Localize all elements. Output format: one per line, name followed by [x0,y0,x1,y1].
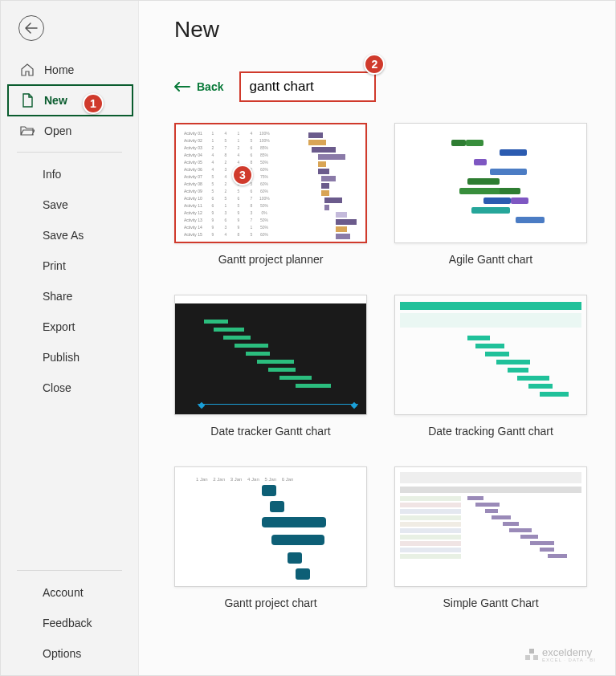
template-label: Agile Gantt chart [449,253,532,266]
logo-icon [524,648,539,662]
sidebar-item-save[interactable]: Save [1,189,138,220]
folder-open-icon [20,124,35,138]
sidebar-item-save-as[interactable]: Save As [1,220,138,250]
sidebar-item-options[interactable]: Options [1,638,138,669]
backstage-sidebar: Home New 1 Open Info Save Save As Print … [1,1,139,675]
document-icon [20,93,35,108]
svg-rect-0 [529,649,534,654]
template-search-input[interactable] [249,79,366,95]
template-thumbnail [394,123,587,243]
callout-3: 3 [232,165,253,185]
template-thumbnail [394,466,587,587]
sidebar-label-new: New [44,94,67,107]
sidebar-label-home: Home [44,63,74,76]
template-date-tracking-gantt-chart[interactable]: Date tracking Gantt chart [394,295,587,438]
template-simple-gantt-chart[interactable]: Simple Gantt Chart [394,466,587,609]
search-back-link[interactable]: Back [174,80,223,93]
sidebar-item-account[interactable]: Account [1,577,138,608]
arrow-left-icon [174,82,190,92]
sidebar-bottom-group: Account Feedback Options [1,564,138,675]
template-search-box: 2 [239,71,376,102]
template-label: Date tracker Gantt chart [210,425,330,438]
template-label: Gantt project chart [224,597,316,609]
template-gantt-project-planner[interactable]: Activity 011414100% Activity 021515100% … [174,123,367,266]
sidebar-item-share[interactable]: Share [1,281,138,312]
template-thumbnail [394,295,587,415]
main-content: New Back 2 Activity 011414100% Activity … [139,1,615,675]
sidebar-item-new[interactable]: New [7,84,133,116]
arrow-left-icon [25,22,38,34]
sidebar-item-publish[interactable]: Publish [1,342,138,373]
template-agile-gantt-chart[interactable]: Agile Gantt chart [394,123,587,266]
sidebar-divider [17,152,122,153]
svg-rect-1 [525,655,530,660]
page-title: New [174,17,591,43]
sidebar-item-info[interactable]: Info [1,159,138,189]
sidebar-item-open[interactable]: Open [1,116,138,145]
template-label: Gantt project planner [218,253,324,266]
back-button[interactable] [18,15,44,41]
sidebar-divider-bottom [17,570,122,571]
watermark-brand: exceldemy [542,647,596,658]
sidebar-item-close[interactable]: Close [1,373,138,403]
sidebar-item-feedback[interactable]: Feedback [1,608,138,638]
template-label: Date tracking Gantt chart [428,425,553,438]
template-thumbnail: Activity 011414100% Activity 021515100% … [174,123,367,243]
sidebar-item-home[interactable]: Home [1,55,138,84]
svg-rect-2 [533,655,538,660]
template-thumbnail: 1 Jan 2 Jan 3 Jan 4 Jan 5 Jan 6 Jan [174,466,367,587]
template-thumbnail [174,295,367,415]
home-icon [20,63,35,77]
watermark: exceldemy EXCEL · DATA · BI [524,647,596,662]
template-gantt-project-chart[interactable]: 1 Jan 2 Jan 3 Jan 4 Jan 5 Jan 6 Jan Gant… [174,466,367,609]
template-grid: Activity 011414100% Activity 021515100% … [174,123,591,609]
callout-1: 1 [83,93,104,114]
template-date-tracker-gantt-chart[interactable]: Date tracker Gantt chart [174,295,367,438]
back-label: Back [197,80,223,93]
callout-2: 2 [364,54,385,75]
search-row: Back 2 [174,71,591,102]
sidebar-label-open: Open [44,124,71,137]
template-label: Simple Gantt Chart [443,597,538,609]
sidebar-item-export[interactable]: Export [1,312,138,342]
sidebar-item-print[interactable]: Print [1,250,138,281]
watermark-tagline: EXCEL · DATA · BI [542,658,596,662]
